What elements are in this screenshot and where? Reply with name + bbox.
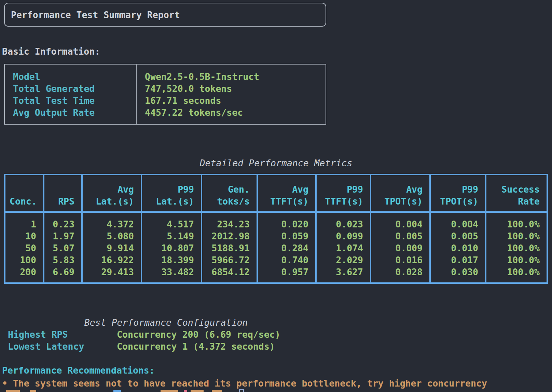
basic-info-row: Avg Output Rate4457.22 tokens/sec	[5, 107, 326, 118]
metrics-cell: 0.009	[371, 242, 429, 254]
metrics-header-line: P99	[178, 183, 194, 195]
metrics-cell: 10	[5, 230, 43, 242]
metrics-cell: 0.059	[258, 230, 315, 242]
metrics-column: 0.0200.0590.2840.7400.957	[257, 213, 315, 282]
recommendation-item: • The system seems not to have reached i…	[2, 377, 487, 389]
metrics-cell: 200	[5, 266, 43, 278]
basic-info-value: 4457.22 tokens/sec	[136, 107, 243, 118]
clipped-text-fragment	[6, 390, 20, 392]
metrics-header-cell: AvgTPOT(s)	[370, 175, 429, 211]
basic-info-label: Total Test Time	[5, 95, 136, 107]
metrics-header-cell: P99TPOT(s)	[429, 175, 485, 211]
metrics-column: 100.0%100.0%100.0%100.0%100.0%	[485, 213, 547, 282]
metrics-table: Conc.RPSAvgLat.(s)P99Lat.(s)Gen.toks/sAv…	[4, 174, 548, 284]
metrics-column: 4.3725.0809.91416.92229.413	[81, 213, 141, 282]
metrics-cell: 0.004	[431, 218, 485, 230]
metrics-cell: 16.922	[83, 254, 141, 266]
best-config-title: Best Performance Configuration	[4, 317, 328, 328]
metrics-cell: 6.69	[44, 266, 81, 278]
metrics-cell: 100.0%	[486, 218, 547, 230]
metrics-header-cell: P99TTFT(s)	[315, 175, 370, 211]
clipped-text-fragment	[161, 390, 178, 392]
metrics-header-line: Lat.(s)	[156, 195, 194, 207]
best-config-row: Lowest Latency Concurrency 1 (4.372 seco…	[8, 340, 275, 352]
metrics-column: 234.232012.985188.915966.726854.12	[201, 213, 257, 282]
basic-info-label: Avg Output Rate	[5, 107, 136, 118]
metrics-body: 110501002000.231.975.075.836.694.3725.08…	[5, 213, 547, 282]
best-config-row: Highest RPS Concurrency 200 (6.69 req/se…	[8, 328, 280, 340]
best-config-label: Highest RPS	[8, 328, 117, 340]
metrics-column: 0.0040.0050.0090.0160.028	[370, 213, 429, 282]
metrics-header-cell: AvgLat.(s)	[81, 175, 141, 211]
metrics-cell: 100	[5, 254, 43, 266]
metrics-cell: 5188.91	[202, 242, 257, 254]
metrics-cell: 5.080	[83, 230, 141, 242]
basic-info-row: Total Generated747,520.0 tokens	[5, 83, 326, 95]
metrics-header-line: Avg	[118, 183, 134, 195]
basic-info-label: Total Generated	[5, 83, 136, 95]
metrics-cell: 3.627	[317, 266, 370, 278]
metrics-cell: 1.97	[44, 230, 81, 242]
metrics-header-line: Conc.	[10, 195, 37, 207]
metrics-header-row: Conc.RPSAvgLat.(s)P99Lat.(s)Gen.toks/sAv…	[5, 175, 547, 211]
metrics-header-line: TTFT(s)	[270, 195, 308, 207]
metrics-cell: 0.016	[371, 254, 429, 266]
metrics-header-line: TPOT(s)	[440, 195, 478, 207]
best-config-label: Lowest Latency	[8, 340, 117, 352]
metrics-header-line: Avg	[406, 183, 423, 195]
basic-info-row: ModelQwen2.5-0.5B-Instruct	[5, 71, 326, 83]
metrics-cell: 2012.98	[202, 230, 257, 242]
clipped-text-fragment	[113, 390, 121, 392]
metrics-cell: 5.149	[142, 230, 201, 242]
metrics-cell: 0.017	[431, 254, 485, 266]
metrics-cell: 0.023	[317, 218, 370, 230]
metrics-cell: 0.957	[258, 266, 315, 278]
metrics-header-line: Avg	[292, 183, 308, 195]
basic-info-value: 167.71 seconds	[136, 95, 221, 107]
basic-info-rows: ModelQwen2.5-0.5B-InstructTotal Generate…	[5, 71, 326, 118]
metrics-cell: 100.0%	[486, 254, 547, 266]
metrics-cell: 0.005	[371, 230, 429, 242]
metrics-column: 4.5175.14910.80718.39933.482	[141, 213, 201, 282]
metrics-cell: 0.099	[317, 230, 370, 242]
metrics-cell: 0.284	[258, 242, 315, 254]
report-title: Performance Test Summary Report	[11, 9, 180, 21]
best-config-value: Concurrency 200 (6.69 req/sec)	[117, 328, 280, 340]
metrics-cell: 0.23	[44, 218, 81, 230]
metrics-cell: 100.0%	[486, 266, 547, 278]
metrics-cell: 0.740	[258, 254, 315, 266]
clipped-text-fragment	[30, 390, 36, 392]
metrics-cell: 1	[5, 218, 43, 230]
metrics-header-line: Success	[501, 183, 540, 195]
basic-info-heading: Basic Information:	[2, 45, 100, 57]
metrics-header-line: P99	[347, 183, 363, 195]
metrics-cell: 5.83	[44, 254, 81, 266]
metrics-header-line: P99	[462, 183, 478, 195]
metrics-cell: 0.030	[431, 266, 485, 278]
terminal-screen[interactable]: Performance Test Summary Report Basic In…	[0, 0, 552, 392]
report-title-panel: Performance Test Summary Report	[4, 3, 326, 27]
metrics-header-line: TPOT(s)	[384, 195, 423, 207]
basic-info-value: Qwen2.5-0.5B-Instruct	[136, 71, 259, 83]
metrics-cell: 33.482	[142, 266, 201, 278]
metrics-header-cell: SuccessRate	[485, 175, 547, 211]
metrics-column: 0.0230.0991.0742.0293.627	[315, 213, 370, 282]
metrics-cell: 5.07	[44, 242, 81, 254]
basic-info-label: Model	[5, 71, 136, 83]
metrics-cell: 10.807	[142, 242, 201, 254]
metrics-cell: 4.517	[142, 218, 201, 230]
metrics-cell: 100.0%	[486, 230, 547, 242]
basic-info-value: 747,520.0 tokens	[136, 83, 232, 95]
metrics-header-line: toks/s	[217, 195, 250, 207]
metrics-header-cell: Conc.	[5, 175, 43, 211]
metrics-cell: 0.010	[431, 242, 485, 254]
metrics-column: 0.231.975.075.836.69	[43, 213, 81, 282]
metrics-cell: 0.028	[371, 266, 429, 278]
metrics-header-line: Rate	[518, 195, 540, 207]
basic-info-row: Total Test Time167.71 seconds	[5, 95, 326, 107]
metrics-cell: 234.23	[202, 218, 257, 230]
clipped-text-fragment	[184, 390, 187, 392]
metrics-cell: 4.372	[83, 218, 141, 230]
metrics-header-cell: RPS	[43, 175, 81, 211]
metrics-cell: 29.413	[83, 266, 141, 278]
